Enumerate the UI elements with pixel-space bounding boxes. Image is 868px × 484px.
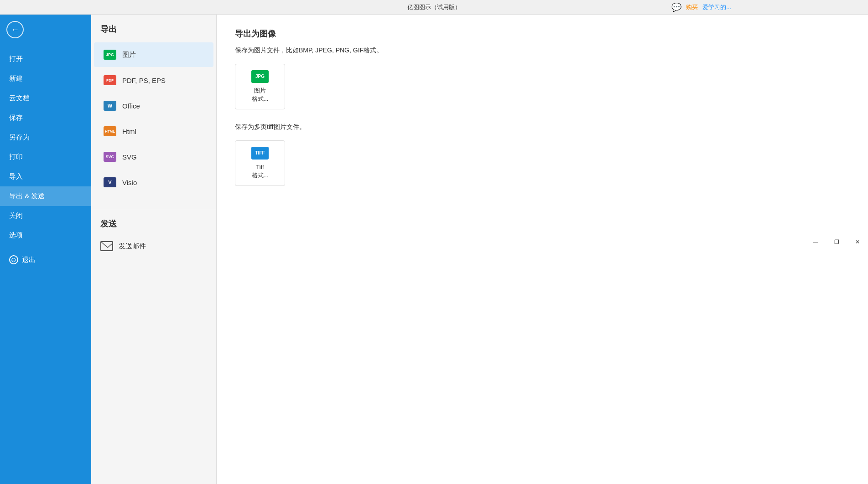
visio-icon: V [103, 175, 117, 189]
sidebar-item-cloud[interactable]: 云文档 [0, 88, 91, 108]
svg-icon: SVG [103, 150, 117, 164]
sidebar-item-label: 选项 [9, 231, 23, 240]
sidebar-item-label: 导入 [9, 172, 23, 181]
jpg-card-label: 图片格式... [252, 87, 269, 103]
file-cards-row2: TIFF Tiff格式... [235, 140, 850, 186]
sidebar-item-close[interactable]: 关闭 [0, 206, 91, 226]
content-desc1: 保存为图片文件，比如BMP, JPEG, PNG, GIF格式。 [235, 46, 850, 55]
sidebar-item-label: 云文档 [9, 94, 30, 103]
send-email-item[interactable]: 发送邮件 [91, 237, 216, 256]
svg-label: SVG [122, 153, 137, 161]
sidebar-nav: 打开 新建 云文档 保存 另存为 打印 导入 导出 & 发送 [0, 45, 91, 484]
pdf-icon: PDF [103, 73, 117, 87]
sidebar-item-settings[interactable]: 选项 [0, 226, 91, 245]
tiff-card-icon: TIFF [251, 147, 269, 160]
export-html-item[interactable]: HTML Html [94, 119, 213, 144]
exit-icon: ⊖ [9, 255, 18, 264]
sidebar-item-save[interactable]: 保存 [0, 108, 91, 128]
html-label: Html [122, 128, 136, 135]
buy-button[interactable]: 购买 [686, 3, 698, 11]
mid-panel: 导出 JPG 图片 PDF PDF, PS, EPS W Office HTML… [91, 15, 217, 484]
email-label: 发送邮件 [119, 242, 146, 251]
back-button[interactable]: ← [4, 18, 26, 41]
sidebar-item-label: 另存为 [9, 133, 30, 142]
export-visio-item[interactable]: V Visio [94, 170, 213, 195]
email-icon [100, 241, 113, 251]
jpg-card-icon: JPG [251, 70, 269, 83]
content-title: 导出为图像 [235, 28, 850, 39]
send-section: 发送 发送邮件 [91, 204, 216, 256]
send-section-title: 发送 [91, 214, 216, 237]
sidebar-item-label: 关闭 [9, 211, 23, 220]
sidebar-item-export[interactable]: 导出 & 发送 [0, 186, 91, 206]
sidebar-item-new[interactable]: 新建 [0, 69, 91, 88]
export-pdf-item[interactable]: PDF PDF, PS, EPS [94, 68, 213, 93]
sidebar-item-import[interactable]: 导入 [0, 167, 91, 186]
tiff-card[interactable]: TIFF Tiff格式... [235, 140, 285, 186]
exit-label: 退出 [22, 256, 36, 264]
titlebar: 💬 购买 爱学习的... 亿图图示（试用版） — ❐ ✕ [0, 0, 868, 15]
sidebar-item-label: 导出 & 发送 [9, 192, 45, 201]
file-cards-row1: JPG 图片格式... [235, 64, 850, 109]
divider [91, 209, 216, 209]
sidebar-item-print[interactable]: 打印 [0, 147, 91, 167]
export-svg-item[interactable]: SVG SVG [94, 144, 213, 169]
pdf-label: PDF, PS, EPS [122, 77, 166, 84]
sidebar-item-saveas[interactable]: 另存为 [0, 128, 91, 147]
export-office-item[interactable]: W Office [94, 93, 213, 118]
visio-label: Visio [122, 179, 137, 186]
sidebar-item-label: 新建 [9, 74, 23, 83]
jpg-card[interactable]: JPG 图片格式... [235, 64, 285, 109]
restore-button[interactable]: ❐ [826, 235, 847, 249]
image-label: 图片 [122, 51, 136, 59]
export-image-item[interactable]: JPG 图片 [94, 42, 213, 67]
content-desc2: 保存为多页tiff图片文件。 [235, 123, 850, 131]
minimize-button[interactable]: — [805, 235, 826, 249]
close-button[interactable]: ✕ [847, 235, 868, 249]
content-panel: 导出为图像 保存为图片文件，比如BMP, JPEG, PNG, GIF格式。 J… [217, 15, 868, 484]
tiff-card-label: Tiff格式... [252, 163, 269, 180]
chat-icon[interactable]: 💬 [671, 2, 681, 12]
sidebar-item-open[interactable]: 打开 [0, 49, 91, 69]
love-button[interactable]: 爱学习的... [702, 3, 731, 11]
sidebar-item-label: 保存 [9, 113, 23, 122]
back-icon: ← [6, 21, 24, 38]
window-controls: — ❐ ✕ [805, 0, 868, 484]
office-label: Office [122, 102, 140, 110]
jpg-icon: JPG [103, 48, 117, 62]
sidebar-item-label: 打开 [9, 55, 23, 63]
sidebar: ← 打开 新建 云文档 保存 另存为 打印 导入 [0, 15, 91, 484]
main-layout: ← 打开 新建 云文档 保存 另存为 打印 导入 [0, 15, 868, 484]
export-section-title: 导出 [91, 24, 216, 42]
sidebar-item-label: 打印 [9, 153, 23, 161]
sidebar-item-exit[interactable]: ⊖ 退出 [0, 250, 91, 270]
html-icon: HTML [103, 124, 117, 138]
word-icon: W [103, 99, 117, 113]
